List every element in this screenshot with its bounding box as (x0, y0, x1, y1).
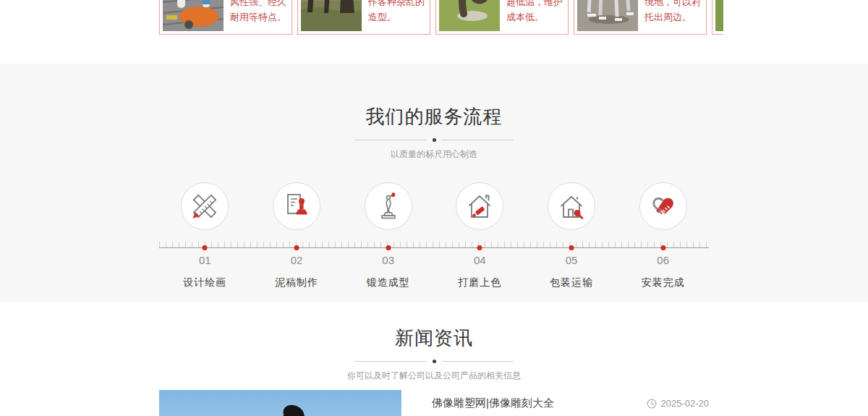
step-label: 泥稿制作 (275, 276, 318, 289)
green-field-photo (715, 0, 723, 31)
service-steps: 01 02 03 04 05 06 设计绘画 泥稿制作 锻造成型 打磨上色 包装… (159, 182, 709, 289)
stainless-deer-sculpture-photo (577, 0, 638, 31)
step-label: 安装完成 (642, 276, 685, 289)
product-cards-row: 风性强、经久耐用等特点。 成型，可以制作各种杂乱的造型。 (159, 0, 723, 35)
step-icons-row (159, 182, 709, 230)
product-card-text: 达艺术升华的境地，可以衬托出周边。 (638, 0, 703, 31)
rabbit-carrot-sculpture-photo (163, 0, 224, 31)
timeline-dot (203, 245, 208, 250)
divider-line (442, 140, 514, 140)
black-swan-photo[interactable] (159, 390, 401, 416)
step-circle (365, 182, 412, 230)
service-process-section: 我们的服务流程 以质量的标尺用心制造 (0, 64, 868, 302)
step-number: 03 (382, 254, 394, 266)
service-section-subtitle: 以质量的标尺用心制造 (0, 148, 868, 161)
news-article-date: 2025-02-20 (647, 398, 710, 409)
handshake-heart-icon (649, 192, 678, 221)
step-label: 锻造成型 (367, 276, 410, 289)
step-circle (273, 182, 320, 230)
timeline-dot (660, 245, 665, 250)
divider-line (442, 361, 514, 362)
document-stamp-icon (282, 192, 311, 221)
step-numbers-row: 01 02 03 04 05 06 (159, 254, 709, 266)
step-circle (181, 182, 229, 230)
house-magnifier-icon (557, 192, 586, 221)
divider-line (354, 140, 427, 140)
product-card[interactable] (712, 0, 723, 35)
news-article-body: 佛像雕塑网|佛像雕刻大全 2025-02-20 佛像从传入后经历南北朝的发展时期… (401, 390, 709, 416)
step-number: 02 (291, 254, 303, 266)
product-card-text: 风性强、经久耐用等特点。 (224, 0, 289, 31)
step-label: 打磨上色 (458, 276, 501, 289)
step-number: 04 (474, 254, 486, 266)
timeline-dot (477, 245, 482, 250)
news-article: 佛像雕塑网|佛像雕刻大全 2025-02-20 佛像从传入后经历南北朝的发展时期… (159, 390, 709, 416)
step-label: 包装运输 (550, 276, 593, 289)
step-number: 06 (657, 254, 669, 266)
house-paint-roller-icon (465, 192, 494, 221)
timeline-dot (386, 245, 391, 250)
service-section-title: 我们的服务流程 (0, 104, 868, 130)
bronze-horse-sculpture-photo (301, 0, 362, 31)
news-section-title: 新闻资讯 (0, 326, 868, 351)
divider-dot (433, 360, 436, 363)
step-circle (456, 182, 503, 230)
timeline-dot (294, 245, 299, 250)
title-divider (354, 138, 514, 142)
step-circle (548, 182, 595, 230)
product-card-text: 低温甚至于耐超低温，维护成本低。 (500, 0, 565, 31)
abstract-bronze-sculpture-photo (439, 0, 500, 31)
step-label: 设计绘画 (183, 276, 226, 289)
news-article-title[interactable]: 佛像雕塑网|佛像雕刻大全 (432, 396, 554, 410)
step-labels-row: 设计绘画 泥稿制作 锻造成型 打磨上色 包装运输 安装完成 (159, 276, 709, 289)
ruler-pencil-icon (190, 192, 219, 221)
product-card-text: 成型，可以制作各种杂乱的造型。 (362, 0, 427, 31)
statue-icon (374, 192, 403, 221)
divider-line (354, 361, 427, 362)
step-number: 01 (199, 254, 211, 266)
product-card[interactable]: 成型，可以制作各种杂乱的造型。 (297, 0, 430, 35)
product-card[interactable]: 达艺术升华的境地，可以衬托出周边。 (574, 0, 707, 35)
product-carousel-viewport: 风性强、经久耐用等特点。 成型，可以制作各种杂乱的造型。 (159, 0, 723, 64)
clock-icon (647, 399, 657, 409)
process-timeline-ruler (159, 242, 709, 248)
news-date-text: 2025-02-20 (661, 398, 710, 409)
product-card[interactable]: 低温甚至于耐超低温，维护成本低。 (435, 0, 569, 35)
product-card[interactable]: 风性强、经久耐用等特点。 (159, 0, 292, 35)
title-divider (354, 360, 514, 363)
news-article-head: 佛像雕塑网|佛像雕刻大全 2025-02-20 (432, 396, 709, 410)
news-section: 新闻资讯 你可以及时了解公司以及公司产品的相关信息 (0, 302, 868, 416)
product-carousel-strip: 风性强、经久耐用等特点。 成型，可以制作各种杂乱的造型。 (0, 0, 868, 64)
step-number: 05 (566, 254, 578, 266)
news-section-subtitle: 你可以及时了解公司以及公司产品的相关信息 (0, 370, 868, 382)
divider-dot (433, 138, 436, 142)
timeline-dot (569, 245, 574, 250)
step-circle (639, 182, 687, 230)
